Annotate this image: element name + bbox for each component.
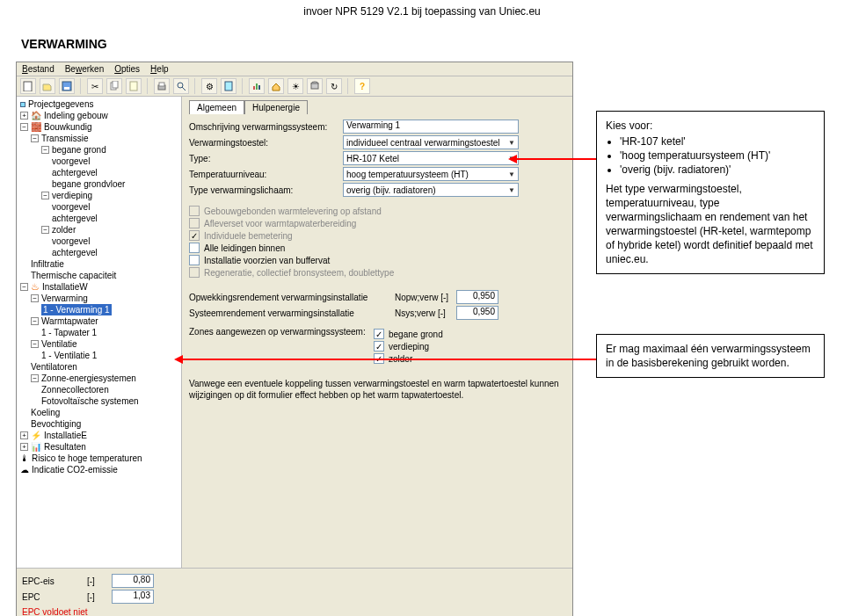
chart-icon[interactable] — [249, 78, 265, 94]
svg-rect-11 — [253, 86, 255, 90]
unit-epceis: [-] — [87, 576, 103, 586]
svg-rect-5 — [130, 82, 137, 91]
callout1-p: Het type verwarmingstoestel, temperatuur… — [606, 182, 815, 266]
lbl-opw: Opwekkingsrendement verwarmingsinstallat… — [189, 293, 395, 302]
unit-sys: Nsys;verw [-] — [395, 308, 456, 318]
refresh-icon[interactable]: ↻ — [326, 78, 342, 94]
help-icon[interactable]: ? — [354, 78, 370, 94]
lbl-epceis: EPC-eis — [22, 576, 78, 586]
tree-installatiew[interactable]: InstallatieW — [42, 281, 88, 293]
lbl-tempniv: Temperatuurniveau: — [189, 170, 343, 179]
tree-ventilatie1[interactable]: 1 - Ventilatie 1 — [41, 350, 97, 361]
combo-type[interactable]: HR-107 Ketel▼ — [343, 151, 519, 165]
menu-opties[interactable]: Opties — [114, 64, 140, 74]
tree-bevochtiging[interactable]: Bevochtiging — [31, 418, 81, 430]
checkbox-buffervat[interactable] — [189, 255, 200, 265]
tree-installatiee[interactable]: InstallatieE — [44, 430, 87, 441]
page-header: invoer NPR 5129 V2.1 bij toepassing van … — [0, 0, 844, 19]
checkbox-leidingen[interactable] — [189, 243, 200, 253]
tree-zonne[interactable]: Zonne-energiesystemen — [41, 373, 136, 384]
menu-bewerken[interactable]: Bewerken — [65, 64, 104, 74]
calc-icon[interactable] — [221, 78, 236, 94]
lbl-chk4: Alle leidingen binnen — [204, 243, 285, 253]
tree-voorgevel-3[interactable]: voorgevel — [52, 236, 90, 247]
new-icon[interactable] — [20, 78, 36, 94]
tree-fotov[interactable]: Fotovoltaïsche systemen — [41, 395, 139, 407]
sun-icon[interactable]: ☀ — [287, 78, 303, 94]
menu-bestand[interactable]: Bestand — [22, 64, 55, 74]
svg-rect-12 — [256, 83, 258, 90]
lbl-chk1: Gebouwgebonden warmtelevering op afstand — [204, 207, 382, 216]
menu-help[interactable]: Help — [150, 64, 169, 74]
form-note: Vanwege een eventuele koppeling tussen v… — [189, 378, 565, 401]
tree-voorgevel[interactable]: voorgevel — [52, 156, 90, 167]
house-icon[interactable] — [268, 78, 284, 94]
combo-toestel[interactable]: individueel centraal verwarmingstoestel▼ — [343, 135, 519, 149]
lbl-omschrijving: Omschrijving verwarmingssysteem: — [189, 122, 343, 132]
tree-resultaten[interactable]: Resultaten — [44, 441, 86, 453]
checkbox-regeneratie — [189, 267, 200, 278]
tree-ventilatoren[interactable]: Ventilatoren — [31, 361, 77, 373]
input-sys[interactable]: 0,950 — [456, 306, 498, 320]
callout1-kies: Kies voor: — [606, 119, 815, 133]
toolbar: ✂ ⚙ ☀ ↻ ? — [17, 76, 572, 97]
lbl-verwarmlich: Type verwarmingslichaam: — [189, 185, 343, 195]
tree-ventilatie[interactable]: Ventilatie — [41, 338, 77, 350]
tree-panel[interactable]: Projectgegevens +🏠Indeling gebouw −🧱Bouw… — [17, 97, 182, 568]
preview-icon[interactable] — [173, 78, 189, 94]
tree-achtergevel-3[interactable]: achtergevel — [52, 247, 98, 258]
tree-thermische[interactable]: Thermische capaciteit — [31, 270, 116, 281]
chart-icon-tree: 📊 — [31, 441, 41, 453]
tree-koeling[interactable]: Koeling — [31, 407, 60, 418]
gear-icon[interactable]: ⚙ — [201, 78, 217, 94]
checkbox-zone2[interactable]: ✓ — [374, 341, 384, 351]
screenshot-wrap: Bestand Bewerken Opties Help ✂ ⚙ ☀ ↻ — [16, 62, 828, 616]
tree-zolder[interactable]: zolder — [52, 224, 76, 236]
val-epceis: 0,80 — [112, 574, 154, 588]
tree-warmtapwater[interactable]: Warmtapwater — [41, 315, 98, 327]
db-icon[interactable] — [307, 78, 323, 94]
lbl-zone2: verdieping — [389, 342, 429, 351]
callout-top: Kies voor: 'HR-107 ketel' 'hoog temperat… — [596, 111, 825, 274]
tree-verdieping[interactable]: verdieping — [52, 190, 92, 201]
tree-bouwkundig[interactable]: Bouwkundig — [44, 121, 91, 133]
unit-epc: [-] — [87, 592, 103, 602]
combo-tempniv[interactable]: hoog temperatuursysteem (HT)▼ — [343, 167, 519, 181]
combo-verwarmlich[interactable]: overig (bijv. radiatoren)▼ — [343, 183, 519, 197]
tree-verwarming[interactable]: Verwarming — [41, 293, 88, 304]
open-icon[interactable] — [40, 78, 55, 94]
tree-voorgevel-2[interactable]: voorgevel — [52, 201, 90, 213]
tab-hulpenergie[interactable]: Hulpenergie — [244, 100, 308, 114]
tree-co2[interactable]: Indicatie CO2-emissie — [32, 464, 118, 475]
tree-begane-grondvloer[interactable]: begane grondvloer — [52, 178, 125, 190]
tree-projectgegevens[interactable]: Projectgegevens — [28, 98, 94, 110]
save-icon[interactable] — [59, 78, 75, 94]
tree-transmissie[interactable]: Transmissie — [41, 133, 89, 144]
checkbox-zone1[interactable]: ✓ — [374, 329, 384, 339]
tree-achtergevel[interactable]: achtergevel — [52, 167, 98, 178]
tree-begane-grond[interactable]: begane grond — [52, 144, 106, 156]
tree-item-selected[interactable]: 1 - Verwarming 1 — [41, 304, 112, 315]
tree-indeling[interactable]: Indeling gebouw — [44, 110, 108, 121]
lbl-epc: EPC — [22, 592, 78, 602]
tree-infiltratie[interactable]: Infiltratie — [31, 258, 64, 270]
tree-tapwater1[interactable]: 1 - Tapwater 1 — [41, 327, 97, 338]
svg-rect-15 — [311, 83, 318, 89]
tree-risico[interactable]: Risico te hoge temperaturen — [32, 453, 142, 464]
input-opw[interactable]: 0,950 — [456, 290, 498, 304]
lbl-sys: Systeemrendement verwarmingsinstallatie — [189, 308, 395, 318]
svg-rect-0 — [24, 82, 32, 91]
copy-icon[interactable] — [106, 78, 122, 94]
tree-zonnecol[interactable]: Zonnecollectoren — [41, 384, 109, 395]
plug-icon: ⚡ — [31, 430, 41, 441]
paste-icon[interactable] — [126, 78, 142, 94]
checkbox-bemetering: ✓ — [189, 230, 200, 241]
tab-algemeen[interactable]: Algemeen — [189, 100, 244, 114]
print-icon[interactable] — [154, 78, 170, 94]
lbl-toestel: Verwarmingstoestel: — [189, 138, 343, 148]
cut-icon[interactable]: ✂ — [87, 78, 103, 94]
lbl-chk2: Afleverset voor warmtapwaterbereiding — [204, 219, 356, 228]
tree-achtergevel-2[interactable]: achtergevel — [52, 213, 98, 224]
form-panel: Algemeen Hulpenergie Omschrijving verwar… — [182, 97, 572, 568]
input-omschrijving[interactable]: Verwarming 1 — [343, 120, 519, 134]
